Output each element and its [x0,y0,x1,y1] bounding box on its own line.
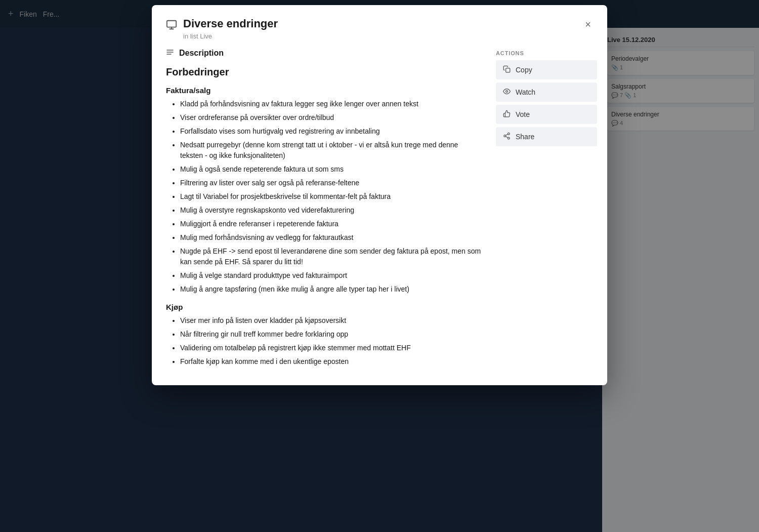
section2-list: Viser mer info på listen over kladder på… [166,315,482,367]
list-item: Nugde på EHF -> send epost til leverandø… [180,246,482,267]
list-item: Mulig å overstyre regnskapskonto ved vid… [180,205,482,216]
actions-label: ACTIONS [496,48,597,56]
section2-heading: Kjøp [166,303,482,311]
modal-header: Diverse endringer in list Live × [152,5,607,48]
modal-main-content: Description Forbedringer Faktura/salg Kl… [152,48,496,385]
list-item: Mulig å også sende repeterende faktura u… [180,164,482,175]
modal-header-left: Diverse endringer in list Live [166,17,278,40]
modal-close-button[interactable]: × [583,17,593,31]
content-area: Forbedringer Faktura/salg Kladd på forhå… [166,66,482,367]
description-label: Description [179,49,224,58]
card-type-icon [166,19,177,32]
list-item: Forfallsdato vises som hurtigvalg ved re… [180,126,482,137]
vote-icon [503,110,511,119]
section1-list: Kladd på forhåndsvisning av faktura legg… [166,99,482,295]
svg-line-11 [505,137,508,138]
list-item: Mulig med forhåndsvisning av vedlegg for… [180,232,482,243]
modal-subtitle: in list Live [183,32,278,40]
svg-rect-0 [167,21,176,27]
share-button[interactable]: Share [496,127,597,146]
list-item: Mulig å angre tapsføring (men ikke mulig… [180,284,482,295]
svg-point-7 [506,91,508,93]
watch-button[interactable]: Watch [496,83,597,102]
list-item: Muliggjort å endre referanser i repetere… [180,219,482,229]
vote-label: Vote [516,110,530,118]
svg-rect-6 [506,68,510,72]
watch-icon [503,88,511,97]
list-item: Mulig å velge standard produkttype ved f… [180,270,482,281]
watch-label: Watch [516,88,535,96]
list-item: Viser ordreferanse på oversikter over or… [180,112,482,123]
section1-heading: Faktura/salg [166,86,482,95]
list-item: Validering om totalbeløp på registrert k… [180,343,482,353]
modal-body: Description Forbedringer Faktura/salg Kl… [152,48,607,385]
modal-title: Diverse endringer [183,17,278,30]
copy-icon [503,65,511,74]
description-section-header: Description [166,48,482,58]
share-label: Share [516,133,534,141]
copy-button[interactable]: Copy [496,60,597,79]
vote-button[interactable]: Vote [496,105,597,124]
list-item: Viser mer info på listen over kladder på… [180,315,482,326]
copy-label: Copy [516,66,532,74]
modal-dialog: Diverse endringer in list Live × [152,5,607,385]
list-item: Kladd på forhåndsvisning av faktura legg… [180,99,482,109]
list-item: Forfalte kjøp kan komme med i den ukentl… [180,356,482,367]
modal-backdrop: Diverse endringer in list Live × [0,0,759,532]
description-icon [166,48,174,58]
modal-sidebar: ACTIONS Copy [496,48,607,385]
modal-header-text: Diverse endringer in list Live [183,17,278,40]
list-item: Nedsatt purregebyr (denne kom strengt ta… [180,140,482,161]
list-item: Filtrering av lister over salg ser også … [180,178,482,188]
svg-line-12 [505,134,508,135]
share-icon [503,132,511,141]
list-item: Når filtrering gir null treff kommer bed… [180,329,482,340]
list-item: Lagt til Variabel for prosjektbeskrivels… [180,191,482,202]
main-heading: Forbedringer [166,66,482,78]
